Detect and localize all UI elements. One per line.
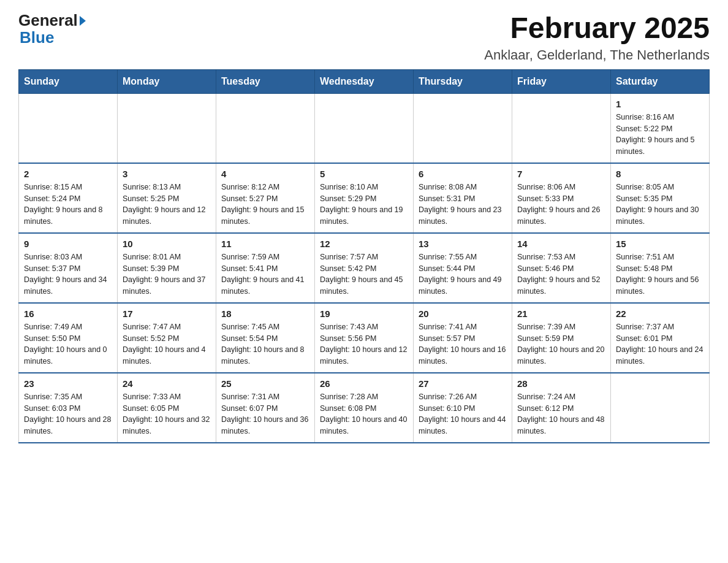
day-info: Sunrise: 7:55 AMSunset: 5:44 PMDaylight:… <box>419 251 507 297</box>
calendar-day-cell: 16Sunrise: 7:49 AMSunset: 5:50 PMDayligh… <box>19 303 118 373</box>
day-number: 24 <box>123 378 211 389</box>
day-number: 7 <box>517 169 605 179</box>
day-info: Sunrise: 7:41 AMSunset: 5:57 PMDaylight:… <box>419 321 507 367</box>
calendar-week-row: 16Sunrise: 7:49 AMSunset: 5:50 PMDayligh… <box>19 303 710 373</box>
day-number: 10 <box>123 239 211 249</box>
weekday-header-sunday: Sunday <box>19 69 118 93</box>
calendar-table: SundayMondayTuesdayWednesdayThursdayFrid… <box>18 69 710 443</box>
day-info: Sunrise: 8:08 AMSunset: 5:31 PMDaylight:… <box>419 182 507 228</box>
calendar-day-cell: 5Sunrise: 8:10 AMSunset: 5:29 PMDaylight… <box>315 163 414 233</box>
day-number: 25 <box>221 378 309 389</box>
day-number: 12 <box>320 239 408 249</box>
calendar-day-cell: 11Sunrise: 7:59 AMSunset: 5:41 PMDayligh… <box>216 233 315 303</box>
calendar-day-cell: 10Sunrise: 8:01 AMSunset: 5:39 PMDayligh… <box>118 233 216 303</box>
calendar-week-row: 23Sunrise: 7:35 AMSunset: 6:03 PMDayligh… <box>19 373 710 443</box>
calendar-week-row: 1Sunrise: 8:16 AMSunset: 5:22 PMDaylight… <box>19 93 710 163</box>
day-info: Sunrise: 8:12 AMSunset: 5:27 PMDaylight:… <box>221 182 309 228</box>
calendar-header: SundayMondayTuesdayWednesdayThursdayFrid… <box>19 69 710 93</box>
calendar-day-cell: 18Sunrise: 7:45 AMSunset: 5:54 PMDayligh… <box>216 303 315 373</box>
day-number: 11 <box>221 239 309 249</box>
logo-arrow-icon <box>80 16 86 26</box>
calendar-day-cell: 9Sunrise: 8:03 AMSunset: 5:37 PMDaylight… <box>19 233 118 303</box>
day-info: Sunrise: 8:06 AMSunset: 5:33 PMDaylight:… <box>517 182 605 228</box>
logo: General Blue <box>18 12 86 47</box>
calendar-day-cell: 22Sunrise: 7:37 AMSunset: 6:01 PMDayligh… <box>611 303 710 373</box>
calendar-day-cell: 13Sunrise: 7:55 AMSunset: 5:44 PMDayligh… <box>414 233 512 303</box>
day-number: 23 <box>24 378 112 389</box>
logo-general-text: General <box>18 12 78 28</box>
day-info: Sunrise: 7:49 AMSunset: 5:50 PMDaylight:… <box>24 321 112 367</box>
calendar-day-cell <box>512 93 611 163</box>
day-number: 8 <box>616 169 704 179</box>
calendar-day-cell <box>315 93 414 163</box>
calendar-day-cell: 2Sunrise: 8:15 AMSunset: 5:24 PMDaylight… <box>19 163 118 233</box>
day-number: 17 <box>123 308 211 319</box>
logo-blue-text: Blue <box>20 28 54 47</box>
calendar-day-cell: 25Sunrise: 7:31 AMSunset: 6:07 PMDayligh… <box>216 373 315 443</box>
weekday-header-row: SundayMondayTuesdayWednesdayThursdayFrid… <box>19 69 710 93</box>
calendar-day-cell: 6Sunrise: 8:08 AMSunset: 5:31 PMDaylight… <box>414 163 512 233</box>
day-info: Sunrise: 7:37 AMSunset: 6:01 PMDaylight:… <box>616 321 704 367</box>
calendar-day-cell: 12Sunrise: 7:57 AMSunset: 5:42 PMDayligh… <box>315 233 414 303</box>
day-number: 5 <box>320 169 408 179</box>
day-info: Sunrise: 8:15 AMSunset: 5:24 PMDaylight:… <box>24 182 112 228</box>
day-number: 26 <box>320 378 408 389</box>
day-info: Sunrise: 7:24 AMSunset: 6:12 PMDaylight:… <box>517 391 605 437</box>
calendar-day-cell: 3Sunrise: 8:13 AMSunset: 5:25 PMDaylight… <box>118 163 216 233</box>
weekday-header-wednesday: Wednesday <box>315 69 414 93</box>
day-number: 27 <box>419 378 507 389</box>
weekday-header-thursday: Thursday <box>414 69 512 93</box>
calendar-day-cell: 14Sunrise: 7:53 AMSunset: 5:46 PMDayligh… <box>512 233 611 303</box>
day-info: Sunrise: 7:57 AMSunset: 5:42 PMDaylight:… <box>320 251 408 297</box>
calendar-day-cell: 19Sunrise: 7:43 AMSunset: 5:56 PMDayligh… <box>315 303 414 373</box>
day-number: 21 <box>517 308 605 319</box>
day-number: 4 <box>221 169 309 179</box>
day-info: Sunrise: 7:47 AMSunset: 5:52 PMDaylight:… <box>123 321 211 367</box>
calendar-day-cell: 1Sunrise: 8:16 AMSunset: 5:22 PMDaylight… <box>611 93 710 163</box>
day-number: 16 <box>24 308 112 319</box>
day-info: Sunrise: 7:45 AMSunset: 5:54 PMDaylight:… <box>221 321 309 367</box>
day-number: 3 <box>123 169 211 179</box>
calendar-day-cell: 15Sunrise: 7:51 AMSunset: 5:48 PMDayligh… <box>611 233 710 303</box>
day-number: 6 <box>419 169 507 179</box>
day-number: 20 <box>419 308 507 319</box>
calendar-day-cell: 27Sunrise: 7:26 AMSunset: 6:10 PMDayligh… <box>414 373 512 443</box>
day-info: Sunrise: 8:01 AMSunset: 5:39 PMDaylight:… <box>123 251 211 297</box>
calendar-day-cell: 17Sunrise: 7:47 AMSunset: 5:52 PMDayligh… <box>118 303 216 373</box>
day-info: Sunrise: 7:53 AMSunset: 5:46 PMDaylight:… <box>517 251 605 297</box>
day-info: Sunrise: 7:39 AMSunset: 5:59 PMDaylight:… <box>517 321 605 367</box>
calendar-day-cell <box>414 93 512 163</box>
calendar-day-cell: 8Sunrise: 8:05 AMSunset: 5:35 PMDaylight… <box>611 163 710 233</box>
day-number: 14 <box>517 239 605 249</box>
calendar-subtitle: Anklaar, Gelderland, The Netherlands <box>484 47 710 63</box>
day-number: 19 <box>320 308 408 319</box>
weekday-header-friday: Friday <box>512 69 611 93</box>
calendar-day-cell: 24Sunrise: 7:33 AMSunset: 6:05 PMDayligh… <box>118 373 216 443</box>
day-number: 2 <box>24 169 112 179</box>
weekday-header-tuesday: Tuesday <box>216 69 315 93</box>
calendar-day-cell <box>611 373 710 443</box>
day-info: Sunrise: 8:13 AMSunset: 5:25 PMDaylight:… <box>123 182 211 228</box>
day-info: Sunrise: 7:51 AMSunset: 5:48 PMDaylight:… <box>616 251 704 297</box>
day-info: Sunrise: 8:05 AMSunset: 5:35 PMDaylight:… <box>616 182 704 228</box>
calendar-day-cell: 26Sunrise: 7:28 AMSunset: 6:08 PMDayligh… <box>315 373 414 443</box>
calendar-day-cell <box>216 93 315 163</box>
day-info: Sunrise: 7:33 AMSunset: 6:05 PMDaylight:… <box>123 391 211 437</box>
day-info: Sunrise: 7:43 AMSunset: 5:56 PMDaylight:… <box>320 321 408 367</box>
day-info: Sunrise: 7:28 AMSunset: 6:08 PMDaylight:… <box>320 391 408 437</box>
calendar-week-row: 2Sunrise: 8:15 AMSunset: 5:24 PMDaylight… <box>19 163 710 233</box>
day-number: 18 <box>221 308 309 319</box>
day-number: 22 <box>616 308 704 319</box>
calendar-day-cell: 23Sunrise: 7:35 AMSunset: 6:03 PMDayligh… <box>19 373 118 443</box>
day-number: 13 <box>419 239 507 249</box>
calendar-title: February 2025 <box>484 12 710 45</box>
day-info: Sunrise: 8:03 AMSunset: 5:37 PMDaylight:… <box>24 251 112 297</box>
calendar-day-cell: 4Sunrise: 8:12 AMSunset: 5:27 PMDaylight… <box>216 163 315 233</box>
day-info: Sunrise: 7:26 AMSunset: 6:10 PMDaylight:… <box>419 391 507 437</box>
weekday-header-saturday: Saturday <box>611 69 710 93</box>
day-info: Sunrise: 8:10 AMSunset: 5:29 PMDaylight:… <box>320 182 408 228</box>
day-info: Sunrise: 7:31 AMSunset: 6:07 PMDaylight:… <box>221 391 309 437</box>
calendar-day-cell <box>118 93 216 163</box>
day-info: Sunrise: 8:16 AMSunset: 5:22 PMDaylight:… <box>616 112 704 158</box>
calendar-title-block: February 2025 Anklaar, Gelderland, The N… <box>484 12 710 63</box>
